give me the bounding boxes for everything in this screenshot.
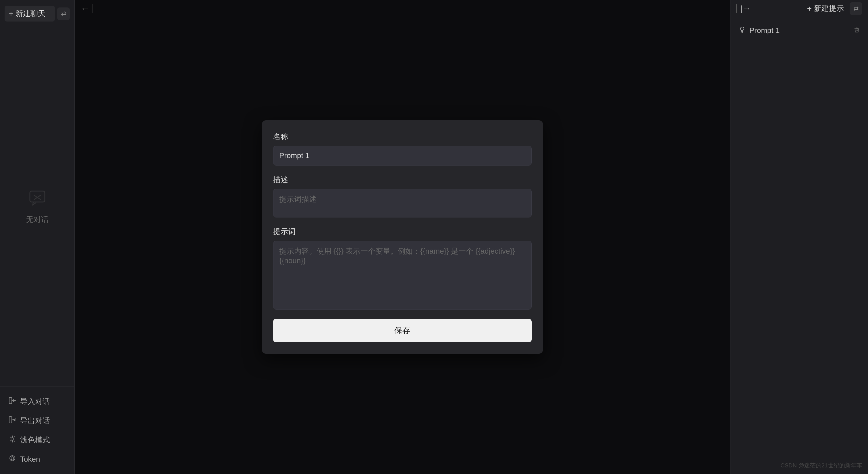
svg-line-13 xyxy=(14,441,15,442)
name-input[interactable] xyxy=(273,146,532,166)
svg-line-12 xyxy=(10,437,11,438)
new-prompt-button[interactable]: + 新建提示 xyxy=(805,1,846,16)
svg-line-15 xyxy=(10,441,11,442)
right-topbar-nav: |→ xyxy=(736,4,750,13)
sidebar-item-export[interactable]: 导出对话 xyxy=(5,412,70,430)
export-icon xyxy=(8,416,17,426)
prompt-modal: 名称 描述 提示词 保存 xyxy=(262,120,543,354)
right-sidebar-header: |→ + 新建提示 ⇄ xyxy=(731,0,868,17)
prompt-list: Prompt 1 xyxy=(731,17,868,474)
svg-rect-3 xyxy=(9,397,12,404)
lightmode-label: 浅色模式 xyxy=(20,435,50,445)
name-label: 名称 xyxy=(273,132,532,142)
delete-prompt-icon[interactable] xyxy=(854,27,860,35)
prompt-bulb-icon xyxy=(739,26,746,35)
expand-icon: ⇄ xyxy=(854,5,859,12)
new-chat-label: 新建聊天 xyxy=(16,9,45,19)
sidebar-item-lightmode[interactable]: 浅色模式 xyxy=(5,431,70,449)
empty-chat-icon xyxy=(29,190,46,210)
prompt-expand-button[interactable]: ⇄ xyxy=(849,2,862,15)
sidebar-footer: 导入对话 导出对话 xyxy=(0,386,74,474)
import-label: 导入对话 xyxy=(20,397,50,407)
plus-icon: + xyxy=(9,9,13,19)
prompt-item[interactable]: Prompt 1 xyxy=(735,22,863,39)
sidebar-header: + 新建聊天 ⇄ xyxy=(0,0,74,27)
token-label: Token xyxy=(20,455,40,464)
import-icon xyxy=(8,397,17,407)
svg-point-7 xyxy=(11,438,14,440)
prompt-item-name: Prompt 1 xyxy=(749,26,850,35)
transfer-icon: ⇄ xyxy=(61,10,66,18)
svg-rect-5 xyxy=(9,417,12,423)
watermark: CSDN @迷茫的21世纪的新年车 xyxy=(780,462,862,469)
new-prompt-plus-icon: + xyxy=(807,4,812,13)
new-prompt-label: 新建提示 xyxy=(814,3,844,13)
right-nav-sep xyxy=(736,4,737,13)
desc-form-group: 描述 xyxy=(273,175,532,217)
desc-textarea[interactable] xyxy=(273,189,532,217)
empty-state: 无对话 xyxy=(0,27,74,386)
modal-overlay: 名称 描述 提示词 保存 xyxy=(75,0,730,474)
export-label: 导出对话 xyxy=(20,416,50,426)
prompt-form-group: 提示词 xyxy=(273,227,532,310)
name-form-group: 名称 xyxy=(273,132,532,166)
transfer-button[interactable]: ⇄ xyxy=(57,7,70,20)
left-sidebar: + 新建聊天 ⇄ 无对话 xyxy=(0,0,75,474)
prompt-textarea[interactable] xyxy=(273,241,532,310)
sidebar-item-import[interactable]: 导入对话 xyxy=(5,393,70,411)
prompt-label: 提示词 xyxy=(273,227,532,237)
svg-point-17 xyxy=(741,27,744,30)
expand-right-icon[interactable]: |→ xyxy=(741,4,750,13)
svg-line-14 xyxy=(14,437,15,438)
token-icon xyxy=(8,454,17,464)
new-chat-button[interactable]: + 新建聊天 xyxy=(5,6,55,22)
desc-label: 描述 xyxy=(273,175,532,185)
lightmode-icon xyxy=(8,435,17,445)
svg-rect-0 xyxy=(30,191,45,202)
main-content: ← 名称 描述 提示词 保存 xyxy=(75,0,730,474)
empty-state-text: 无对话 xyxy=(26,215,49,225)
save-button[interactable]: 保存 xyxy=(273,319,532,342)
sidebar-item-token[interactable]: Token xyxy=(5,450,70,468)
right-sidebar: |→ + 新建提示 ⇄ Prompt 1 xyxy=(730,0,868,474)
